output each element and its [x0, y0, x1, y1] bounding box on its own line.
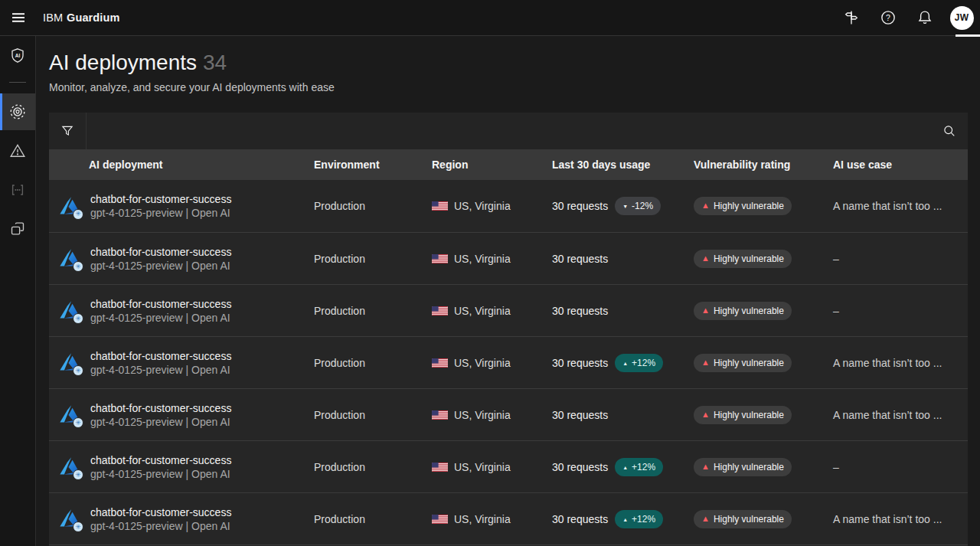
trend-arrow-icon: ▲ [622, 465, 628, 470]
openai-badge-icon: ✳ [73, 209, 83, 220]
region-label: US, Virginia [454, 409, 511, 421]
region-cell: US, Virginia [432, 200, 552, 212]
table-row[interactable]: ✳ chatbot-for-customer-success gpt-4-012… [49, 180, 968, 232]
use-case-cell: A name that isn’t too ... [833, 200, 968, 212]
signpost-button[interactable] [833, 0, 870, 36]
deployment-name: chatbot-for-customer-success [90, 193, 231, 205]
region-cell: US, Virginia [432, 357, 552, 369]
vulnerability-warning-icon: ▲ [701, 410, 710, 419]
sidebar-item-data-policies[interactable] [0, 172, 35, 208]
region-cell: US, Virginia [432, 409, 552, 421]
vulnerability-badge: ▲ Highly vulnerable [694, 510, 792, 528]
deployment-cell: ✳ chatbot-for-customer-success gpt-4-012… [49, 193, 314, 219]
signpost-icon [843, 9, 860, 26]
page-subtitle: Monitor, analyze, and secure your AI dep… [49, 81, 968, 93]
vulnerability-warning-icon: ▲ [701, 306, 710, 315]
code-brackets-icon [9, 181, 26, 198]
filter-funnel-icon [60, 124, 74, 138]
usage-cell: 30 requests [552, 305, 694, 317]
use-case-cell: – [833, 461, 968, 473]
deployment-model: gpt-4-0125-preview | Open AI [90, 207, 231, 219]
search-button[interactable] [931, 113, 968, 149]
usage-cell: 30 requests ▲ +12% [552, 510, 694, 528]
us-flag-icon [432, 306, 448, 316]
vulnerability-cell: ▲ Highly vulnerable [694, 458, 833, 476]
vulnerability-cell: ▲ Highly vulnerable [694, 354, 833, 372]
page-title-text: AI deployments [49, 51, 197, 74]
sidebar-item-deployments-scan[interactable] [0, 93, 35, 130]
profile-button[interactable]: JW [943, 0, 980, 36]
notifications-button[interactable] [906, 0, 943, 36]
brand-prefix: IBM [43, 11, 63, 24]
deployment-name: chatbot-for-customer-success [90, 350, 231, 362]
bell-icon [916, 9, 933, 26]
table-row[interactable]: ✳ chatbot-for-customer-success gpt-4-012… [49, 232, 968, 284]
main-content: AI deployments34 Monitor, analyze, and s… [36, 36, 980, 546]
brand-name: Guardium [67, 11, 119, 24]
table-toolbar [49, 113, 968, 149]
vulnerability-label: Highly vulnerable [714, 462, 784, 472]
environment-cell: Production [314, 357, 432, 369]
brand[interactable]: IBMGuardium [43, 11, 119, 24]
use-case-cell: A name that isn’t too ... [833, 513, 968, 525]
usage-value: 30 requests [552, 253, 608, 265]
deployment-cell: ✳ chatbot-for-customer-success gpt-4-012… [49, 246, 314, 272]
use-case-cell: A name that isn’t too ... [833, 357, 968, 369]
sidebar-item-integrations[interactable] [0, 211, 35, 247]
column-header-ai-deployment: AI deployment [49, 159, 314, 171]
environment-cell: Production [314, 461, 432, 473]
region-label: US, Virginia [454, 357, 511, 369]
us-flag-icon [432, 254, 448, 263]
trend-value: -12% [632, 201, 653, 211]
environment-cell: Production [314, 305, 432, 317]
trend-badge: ▲ +12% [615, 354, 663, 372]
vulnerability-label: Highly vulnerable [714, 306, 784, 316]
search-icon [942, 124, 956, 138]
page-title: AI deployments34 [49, 50, 968, 76]
hamburger-menu-button[interactable] [0, 0, 37, 36]
help-button[interactable]: ? [870, 0, 906, 36]
vulnerability-cell: ▲ Highly vulnerable [694, 250, 833, 268]
openai-badge-icon: ✳ [73, 313, 83, 324]
vulnerability-badge: ▲ Highly vulnerable [694, 458, 792, 476]
vulnerability-badge: ▲ Highly vulnerable [694, 302, 792, 320]
trend-arrow-icon: ▲ [622, 361, 628, 366]
deployments-table: AI deployment Environment Region Last 30… [49, 113, 968, 546]
table-row[interactable]: ✳ chatbot-for-customer-success gpt-4-012… [49, 336, 968, 388]
use-case-cell: – [833, 305, 968, 317]
help-icon: ? [880, 9, 897, 26]
table-row[interactable]: ✳ chatbot-for-customer-success gpt-4-012… [49, 492, 968, 544]
use-case-cell: – [833, 253, 968, 265]
sidebar: AI [0, 36, 36, 546]
trend-value: +12% [632, 462, 655, 472]
table-row[interactable]: ✳ chatbot-for-customer-success gpt-4-012… [49, 388, 968, 440]
region-label: US, Virginia [454, 305, 511, 317]
table-row[interactable]: ✳ chatbot-for-customer-success gpt-4-012… [49, 284, 968, 336]
trend-badge: ▲ +12% [615, 510, 663, 528]
vulnerability-label: Highly vulnerable [714, 358, 784, 368]
region-label: US, Virginia [454, 253, 511, 265]
openai-badge-icon: ✳ [73, 417, 83, 428]
sidebar-item-risks[interactable] [0, 132, 35, 169]
trend-badge: ▼ -12% [615, 197, 661, 215]
vulnerability-label: Highly vulnerable [714, 410, 784, 420]
warning-triangle-icon [9, 142, 26, 159]
azure-logo-icon: ✳ [58, 351, 82, 374]
vulnerability-cell: ▲ Highly vulnerable [694, 510, 833, 528]
page-count: 34 [203, 51, 227, 74]
vulnerability-cell: ▲ Highly vulnerable [694, 197, 833, 215]
table-row[interactable]: ✳ chatbot-for-customer-success gpt-4-012… [49, 440, 968, 492]
filter-button[interactable] [49, 113, 86, 149]
environment-cell: Production [314, 409, 432, 421]
deployment-cell: ✳ chatbot-for-customer-success gpt-4-012… [49, 454, 314, 480]
sidebar-item-ai-security-home[interactable]: AI [0, 38, 35, 74]
deployment-cell: ✳ chatbot-for-customer-success gpt-4-012… [49, 402, 314, 428]
deployment-model: gpt-4-0125-preview | Open AI [90, 416, 231, 428]
azure-logo-icon: ✳ [58, 299, 82, 322]
deployment-name: chatbot-for-customer-success [90, 506, 231, 518]
usage-cell: 30 requests [552, 253, 694, 265]
usage-cell: 30 requests ▲ +12% [552, 354, 694, 372]
integration-icon [9, 221, 26, 237]
trend-arrow-icon: ▼ [622, 204, 628, 209]
scan-shield-icon [9, 103, 26, 120]
